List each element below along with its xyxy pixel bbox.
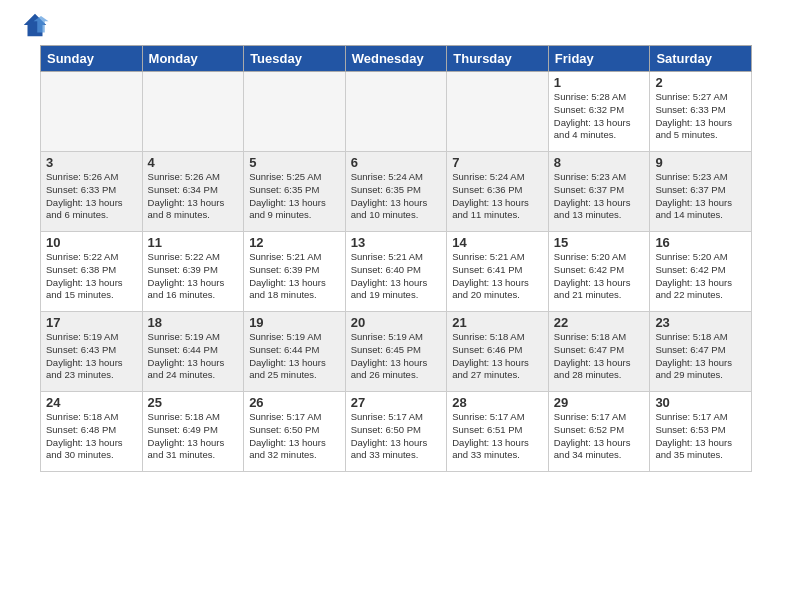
- calendar-day-cell: 6Sunrise: 5:24 AMSunset: 6:35 PMDaylight…: [345, 152, 447, 232]
- day-number: 8: [554, 155, 645, 170]
- day-info: Sunrise: 5:21 AMSunset: 6:39 PMDaylight:…: [249, 251, 340, 302]
- calendar-day-cell: 9Sunrise: 5:23 AMSunset: 6:37 PMDaylight…: [650, 152, 752, 232]
- day-info: Sunrise: 5:22 AMSunset: 6:38 PMDaylight:…: [46, 251, 137, 302]
- calendar-day-cell: [244, 72, 346, 152]
- calendar-day-cell: [447, 72, 549, 152]
- day-number: 1: [554, 75, 645, 90]
- day-info: Sunrise: 5:17 AMSunset: 6:52 PMDaylight:…: [554, 411, 645, 462]
- day-info: Sunrise: 5:26 AMSunset: 6:34 PMDaylight:…: [148, 171, 239, 222]
- day-number: 17: [46, 315, 137, 330]
- calendar-day-cell: 16Sunrise: 5:20 AMSunset: 6:42 PMDayligh…: [650, 232, 752, 312]
- day-number: 20: [351, 315, 442, 330]
- day-number: 18: [148, 315, 239, 330]
- calendar-day-cell: 5Sunrise: 5:25 AMSunset: 6:35 PMDaylight…: [244, 152, 346, 232]
- day-info: Sunrise: 5:24 AMSunset: 6:35 PMDaylight:…: [351, 171, 442, 222]
- calendar-day-cell: 17Sunrise: 5:19 AMSunset: 6:43 PMDayligh…: [41, 312, 143, 392]
- calendar-week-row: 10Sunrise: 5:22 AMSunset: 6:38 PMDayligh…: [41, 232, 752, 312]
- day-number: 4: [148, 155, 239, 170]
- calendar-day-cell: 8Sunrise: 5:23 AMSunset: 6:37 PMDaylight…: [548, 152, 650, 232]
- day-info: Sunrise: 5:17 AMSunset: 6:50 PMDaylight:…: [249, 411, 340, 462]
- calendar-day-cell: 12Sunrise: 5:21 AMSunset: 6:39 PMDayligh…: [244, 232, 346, 312]
- calendar-day-cell: 25Sunrise: 5:18 AMSunset: 6:49 PMDayligh…: [142, 392, 244, 472]
- day-info: Sunrise: 5:23 AMSunset: 6:37 PMDaylight:…: [554, 171, 645, 222]
- day-info: Sunrise: 5:18 AMSunset: 6:47 PMDaylight:…: [554, 331, 645, 382]
- calendar-day-cell: 29Sunrise: 5:17 AMSunset: 6:52 PMDayligh…: [548, 392, 650, 472]
- day-number: 2: [655, 75, 746, 90]
- calendar-day-cell: 27Sunrise: 5:17 AMSunset: 6:50 PMDayligh…: [345, 392, 447, 472]
- calendar-day-cell: 7Sunrise: 5:24 AMSunset: 6:36 PMDaylight…: [447, 152, 549, 232]
- day-number: 15: [554, 235, 645, 250]
- day-number: 5: [249, 155, 340, 170]
- day-number: 30: [655, 395, 746, 410]
- day-info: Sunrise: 5:19 AMSunset: 6:44 PMDaylight:…: [148, 331, 239, 382]
- day-number: 26: [249, 395, 340, 410]
- day-info: Sunrise: 5:23 AMSunset: 6:37 PMDaylight:…: [655, 171, 746, 222]
- calendar-week-row: 17Sunrise: 5:19 AMSunset: 6:43 PMDayligh…: [41, 312, 752, 392]
- calendar-day-cell: 24Sunrise: 5:18 AMSunset: 6:48 PMDayligh…: [41, 392, 143, 472]
- day-number: 28: [452, 395, 543, 410]
- calendar-day-cell: 14Sunrise: 5:21 AMSunset: 6:41 PMDayligh…: [447, 232, 549, 312]
- day-info: Sunrise: 5:20 AMSunset: 6:42 PMDaylight:…: [554, 251, 645, 302]
- day-number: 13: [351, 235, 442, 250]
- day-info: Sunrise: 5:18 AMSunset: 6:46 PMDaylight:…: [452, 331, 543, 382]
- day-info: Sunrise: 5:21 AMSunset: 6:40 PMDaylight:…: [351, 251, 442, 302]
- calendar-day-header: Saturday: [650, 46, 752, 72]
- day-number: 23: [655, 315, 746, 330]
- calendar-week-row: 1Sunrise: 5:28 AMSunset: 6:32 PMDaylight…: [41, 72, 752, 152]
- day-info: Sunrise: 5:19 AMSunset: 6:45 PMDaylight:…: [351, 331, 442, 382]
- day-info: Sunrise: 5:17 AMSunset: 6:53 PMDaylight:…: [655, 411, 746, 462]
- calendar-day-header: Monday: [142, 46, 244, 72]
- day-number: 12: [249, 235, 340, 250]
- calendar-day-cell: 2Sunrise: 5:27 AMSunset: 6:33 PMDaylight…: [650, 72, 752, 152]
- day-info: Sunrise: 5:25 AMSunset: 6:35 PMDaylight:…: [249, 171, 340, 222]
- calendar-day-header: Thursday: [447, 46, 549, 72]
- day-info: Sunrise: 5:18 AMSunset: 6:49 PMDaylight:…: [148, 411, 239, 462]
- day-number: 24: [46, 395, 137, 410]
- calendar-wrapper: SundayMondayTuesdayWednesdayThursdayFrid…: [0, 45, 792, 482]
- calendar-day-header: Sunday: [41, 46, 143, 72]
- day-info: Sunrise: 5:21 AMSunset: 6:41 PMDaylight:…: [452, 251, 543, 302]
- calendar-day-cell: 20Sunrise: 5:19 AMSunset: 6:45 PMDayligh…: [345, 312, 447, 392]
- calendar-day-cell: [345, 72, 447, 152]
- page-header: [0, 0, 792, 45]
- calendar-day-cell: 19Sunrise: 5:19 AMSunset: 6:44 PMDayligh…: [244, 312, 346, 392]
- calendar-day-header: Wednesday: [345, 46, 447, 72]
- day-number: 27: [351, 395, 442, 410]
- calendar-day-header: Friday: [548, 46, 650, 72]
- day-number: 3: [46, 155, 137, 170]
- day-info: Sunrise: 5:17 AMSunset: 6:51 PMDaylight:…: [452, 411, 543, 462]
- calendar-week-row: 24Sunrise: 5:18 AMSunset: 6:48 PMDayligh…: [41, 392, 752, 472]
- day-info: Sunrise: 5:28 AMSunset: 6:32 PMDaylight:…: [554, 91, 645, 142]
- day-number: 14: [452, 235, 543, 250]
- calendar-day-cell: 10Sunrise: 5:22 AMSunset: 6:38 PMDayligh…: [41, 232, 143, 312]
- calendar-header-row: SundayMondayTuesdayWednesdayThursdayFrid…: [41, 46, 752, 72]
- day-number: 10: [46, 235, 137, 250]
- calendar-day-cell: 3Sunrise: 5:26 AMSunset: 6:33 PMDaylight…: [41, 152, 143, 232]
- calendar-day-cell: 11Sunrise: 5:22 AMSunset: 6:39 PMDayligh…: [142, 232, 244, 312]
- calendar-day-cell: 1Sunrise: 5:28 AMSunset: 6:32 PMDaylight…: [548, 72, 650, 152]
- calendar-day-cell: 4Sunrise: 5:26 AMSunset: 6:34 PMDaylight…: [142, 152, 244, 232]
- calendar-week-row: 3Sunrise: 5:26 AMSunset: 6:33 PMDaylight…: [41, 152, 752, 232]
- day-info: Sunrise: 5:22 AMSunset: 6:39 PMDaylight:…: [148, 251, 239, 302]
- calendar-day-cell: 13Sunrise: 5:21 AMSunset: 6:40 PMDayligh…: [345, 232, 447, 312]
- day-info: Sunrise: 5:19 AMSunset: 6:43 PMDaylight:…: [46, 331, 137, 382]
- day-info: Sunrise: 5:24 AMSunset: 6:36 PMDaylight:…: [452, 171, 543, 222]
- day-number: 29: [554, 395, 645, 410]
- day-number: 16: [655, 235, 746, 250]
- day-info: Sunrise: 5:19 AMSunset: 6:44 PMDaylight:…: [249, 331, 340, 382]
- calendar-day-cell: 28Sunrise: 5:17 AMSunset: 6:51 PMDayligh…: [447, 392, 549, 472]
- day-number: 9: [655, 155, 746, 170]
- day-info: Sunrise: 5:27 AMSunset: 6:33 PMDaylight:…: [655, 91, 746, 142]
- calendar-day-cell: 22Sunrise: 5:18 AMSunset: 6:47 PMDayligh…: [548, 312, 650, 392]
- calendar-day-cell: 26Sunrise: 5:17 AMSunset: 6:50 PMDayligh…: [244, 392, 346, 472]
- calendar-day-header: Tuesday: [244, 46, 346, 72]
- logo: [20, 10, 54, 40]
- calendar-day-cell: [41, 72, 143, 152]
- day-number: 21: [452, 315, 543, 330]
- day-info: Sunrise: 5:20 AMSunset: 6:42 PMDaylight:…: [655, 251, 746, 302]
- day-number: 25: [148, 395, 239, 410]
- day-info: Sunrise: 5:17 AMSunset: 6:50 PMDaylight:…: [351, 411, 442, 462]
- calendar-table: SundayMondayTuesdayWednesdayThursdayFrid…: [40, 45, 752, 472]
- day-number: 11: [148, 235, 239, 250]
- day-number: 7: [452, 155, 543, 170]
